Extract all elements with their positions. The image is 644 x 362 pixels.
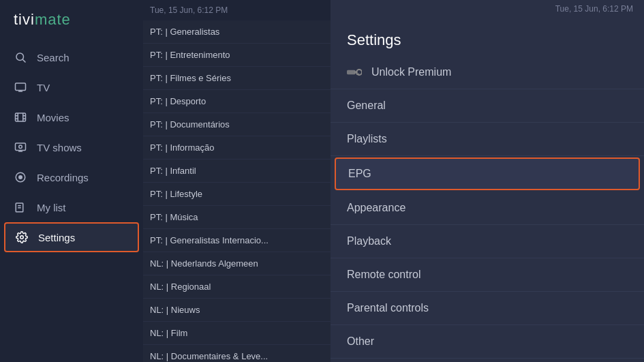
settings-panel: Tue, 15 Jun, 6:12 PM Settings Unlock Pre…: [331, 0, 644, 362]
channel-list-date: Tue, 15 Jun, 6:12 PM: [150, 5, 228, 15]
sidebar-item-movies-label: Movies: [37, 112, 70, 123]
sidebar-item-settings-label: Settings: [38, 232, 75, 243]
sidebar-item-recordings[interactable]: Recordings: [0, 162, 143, 192]
channel-item[interactable]: PT: | Informação: [143, 136, 331, 160]
settings-icon: [15, 230, 29, 244]
svg-rect-5: [16, 113, 26, 121]
channel-item[interactable]: NL: | Nederlands Algemeen: [143, 252, 331, 275]
settings-title: Settings: [331, 19, 644, 56]
recordings-icon: [14, 170, 27, 184]
svg-rect-25: [356, 74, 358, 75]
settings-item-other-label: Other: [347, 335, 374, 348]
settings-item-remote-control-label: Remote control: [347, 269, 421, 281]
settings-item-playlists[interactable]: Playlists: [331, 123, 644, 156]
tv-icon: [14, 80, 27, 94]
settings-item-playlists-label: Playlists: [347, 133, 387, 145]
logo-mate: mate: [35, 11, 71, 28]
movies-icon: [14, 110, 27, 124]
mylist-icon: [14, 200, 27, 214]
settings-item-other[interactable]: Other: [331, 325, 644, 359]
sidebar-item-search[interactable]: Search: [0, 42, 143, 72]
channel-item[interactable]: PT: | Desporto: [143, 90, 331, 113]
logo-tivi: tivi: [14, 11, 35, 28]
channel-list-header: Tue, 15 Jun, 6:12 PM: [143, 0, 331, 20]
settings-item-parental-controls-label: Parental controls: [347, 302, 429, 314]
channel-item[interactable]: PT: | Música: [143, 206, 331, 229]
sidebar-item-mylist-label: My list: [37, 202, 66, 213]
sidebar-item-tv[interactable]: TV: [0, 72, 143, 102]
svg-point-0: [16, 53, 24, 61]
sidebar-item-recordings-label: Recordings: [37, 172, 89, 183]
svg-line-1: [22, 59, 25, 62]
settings-item-remote-control[interactable]: Remote control: [331, 258, 644, 292]
channel-item[interactable]: PT: | Generalistas: [143, 20, 331, 44]
svg-rect-22: [347, 70, 356, 74]
channel-item[interactable]: PT: | Infantil: [143, 160, 331, 183]
svg-point-15: [19, 145, 22, 149]
settings-item-general[interactable]: General: [331, 89, 644, 123]
sidebar-item-mylist[interactable]: My list: [0, 192, 143, 222]
channel-item[interactable]: NL: | Documentaires & Leve...: [143, 345, 331, 362]
channel-item[interactable]: PT: | Lifestyle: [143, 183, 331, 206]
sidebar-item-search-label: Search: [37, 52, 70, 63]
tvshows-icon: [14, 140, 27, 154]
key-icon: [347, 67, 362, 78]
settings-item-appearance[interactable]: Appearance: [331, 192, 644, 225]
channel-item[interactable]: PT: | Filmes e Séries: [143, 67, 331, 90]
settings-item-epg[interactable]: EPG: [335, 157, 640, 190]
svg-rect-2: [16, 83, 26, 91]
settings-item-general-label: General: [347, 100, 386, 112]
settings-item-playback[interactable]: Playback: [331, 225, 644, 258]
settings-list: Unlock Premium General Playlists EPG App…: [331, 56, 644, 362]
settings-item-epg-label: EPG: [348, 168, 371, 180]
search-icon: [14, 50, 27, 64]
settings-item-unlock-premium[interactable]: Unlock Premium: [331, 56, 644, 89]
settings-item-parental-controls[interactable]: Parental controls: [331, 292, 644, 325]
svg-point-21: [20, 236, 24, 239]
settings-item-appearance-label: Appearance: [347, 202, 405, 214]
settings-item-unlock-premium-label: Unlock Premium: [371, 66, 451, 78]
sidebar-item-tvshows-label: TV shows: [37, 142, 82, 153]
sidebar-item-tvshows[interactable]: TV shows: [0, 132, 143, 162]
sidebar-item-movies[interactable]: Movies: [0, 102, 143, 132]
sidebar: tivimate Search TV Movies: [0, 0, 143, 362]
channel-item[interactable]: NL: | Regionaal: [143, 275, 331, 299]
app-logo: tivimate: [0, 11, 143, 42]
svg-point-17: [19, 176, 22, 179]
sidebar-item-tv-label: TV: [37, 82, 50, 93]
svg-rect-26: [358, 74, 360, 75]
settings-item-playback-label: Playback: [347, 235, 391, 247]
svg-rect-12: [16, 143, 26, 151]
sidebar-item-settings[interactable]: Settings: [4, 222, 139, 252]
channel-item[interactable]: NL: | Nieuws: [143, 299, 331, 322]
channel-item[interactable]: PT: | Entretenimento: [143, 44, 331, 67]
channel-list: Tue, 15 Jun, 6:12 PM PT: | Generalistas …: [143, 0, 331, 362]
channel-item[interactable]: NL: | Film: [143, 322, 331, 345]
channel-item[interactable]: PT: | Generalistas Internacio...: [143, 229, 331, 252]
datetime-label: Tue, 15 Jun, 6:12 PM: [555, 4, 633, 14]
svg-rect-24: [354, 71, 358, 73]
channel-item[interactable]: PT: | Documentários: [143, 113, 331, 136]
settings-topbar: Tue, 15 Jun, 6:12 PM: [331, 0, 644, 19]
